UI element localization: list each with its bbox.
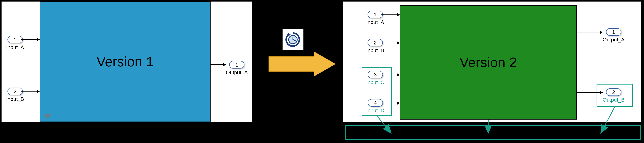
signal-line [382, 75, 400, 75]
port-number: 2 [606, 88, 621, 96]
diagram-v1-panel: Version 1 1 Input_A 2 Input_B 1 Output_A [2, 1, 252, 122]
outport-output-a: 1 Output_A [603, 28, 624, 43]
arrowhead-icon [37, 38, 40, 41]
inport-input-b: 2 Input_B [366, 39, 384, 53]
port-number: 1 [8, 36, 23, 43]
arrowhead-icon [397, 13, 400, 16]
port-label: Input_B [6, 96, 24, 102]
port-label: Output_B [603, 97, 624, 103]
port-label: Input_A [6, 44, 24, 50]
signal-line [577, 32, 603, 32]
signal-line [382, 103, 400, 103]
inport-input-a: 1 Input_A [6, 36, 24, 50]
arrowhead-icon [600, 91, 603, 94]
signal-line [577, 92, 603, 93]
inport-input-d: 4 Input_D [366, 99, 384, 114]
signal-line [382, 43, 400, 43]
port-label: Output_A [226, 69, 248, 75]
arrowhead-icon [223, 63, 226, 66]
subsystem-block-v1: Version 1 [40, 1, 210, 122]
port-number: 2 [368, 39, 383, 46]
port-label: Input_B [366, 47, 384, 53]
block-title-v1: Version 1 [96, 54, 154, 70]
arrowhead-icon [397, 41, 400, 44]
update-clock-icon [282, 29, 304, 50]
block-title-v2: Version 2 [460, 55, 517, 70]
arrowhead-icon [397, 73, 400, 76]
arrowhead-icon [37, 90, 40, 93]
outport-output-a: 1 Output_A [226, 61, 248, 75]
port-number: 3 [368, 71, 383, 78]
diagram-v2-panel: Version 2 1 Input_A 2 Input_B 3 Input_C … [343, 1, 641, 122]
signal-line [21, 91, 40, 92]
outport-output-b: 2 Output_B [603, 88, 624, 103]
signal-line [382, 14, 400, 15]
port-label: Input_C [366, 79, 384, 85]
port-number: 2 [8, 88, 23, 95]
port-number: 1 [368, 11, 383, 18]
annotation-bar [345, 125, 641, 140]
arrowhead-icon [397, 102, 400, 105]
port-label: Input_A [366, 19, 384, 25]
port-label: Output_A [603, 37, 624, 43]
subsystem-block-v2: Version 2 [400, 5, 577, 120]
port-number: 1 [606, 28, 621, 36]
inport-input-a: 1 Input_A [366, 11, 384, 25]
port-number: 1 [229, 61, 244, 69]
dropdown-icon [44, 114, 51, 119]
port-label: Input_D [366, 108, 384, 114]
signal-line [21, 39, 40, 40]
port-number: 4 [368, 99, 383, 107]
transition-arrow-icon [268, 52, 336, 76]
inport-input-c: 3 Input_C [366, 71, 384, 85]
inport-input-b: 2 Input_B [6, 88, 24, 102]
arrowhead-icon [600, 31, 603, 34]
